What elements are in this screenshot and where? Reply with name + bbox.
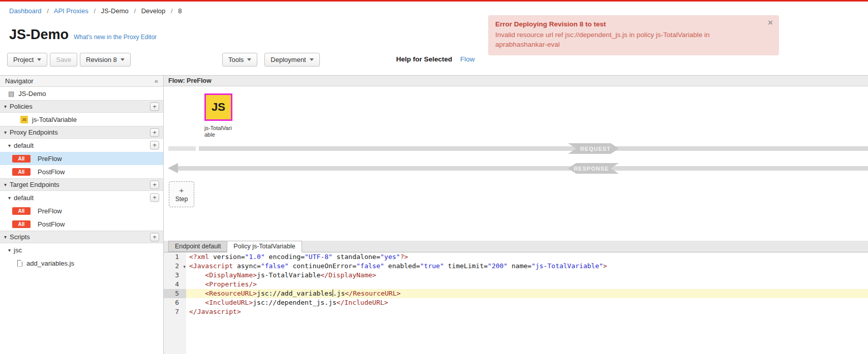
nav-section-label: Scripts [10, 233, 30, 241]
line-number: 3 [164, 271, 186, 280]
nav-item-policy-js-totalvariable[interactable]: JS js-TotalVariable [0, 113, 163, 126]
add-target-endpoint-button[interactable]: + [150, 180, 159, 189]
request-flow-bar [199, 146, 868, 151]
line-number: 6 [164, 298, 186, 307]
revision-button[interactable]: Revision 8 [80, 53, 131, 67]
close-icon[interactable]: × [768, 18, 773, 27]
navigator-header: Navigator « [0, 76, 163, 87]
code-text: </Javascript> [186, 307, 868, 316]
tools-button[interactable]: Tools [222, 53, 257, 67]
code-line[interactable]: 2▾<Javascript async="false" continueOnEr… [164, 262, 868, 271]
nav-item-jsc-folder[interactable]: ▾ jsc [0, 243, 163, 256]
project-button[interactable]: Project [7, 53, 47, 67]
disclosure-icon[interactable]: ▾ [4, 234, 7, 240]
nav-section-label: Proxy Endpoints [10, 128, 58, 136]
add-proxy-endpoint-button[interactable]: + [150, 128, 159, 137]
deployment-button[interactable]: Deployment [264, 53, 319, 67]
add-policy-button[interactable]: + [150, 102, 159, 111]
disclosure-icon[interactable]: ▾ [8, 195, 11, 201]
code-text: <Properties/> [186, 280, 868, 289]
nav-section-label: Target Endpoints [10, 181, 59, 188]
code-line[interactable]: 7</Javascript> [164, 307, 868, 316]
nav-item-target-postflow[interactable]: All PostFlow [0, 217, 163, 231]
add-flow-button[interactable]: + [150, 141, 159, 150]
flow-help-link[interactable]: Flow [460, 55, 475, 63]
nav-section-target-endpoints[interactable]: ▾ Target Endpoints + [0, 178, 163, 191]
breadcrumb-separator: / [94, 7, 96, 15]
nav-item-proxy-root[interactable]: ▤ JS-Demo [0, 87, 163, 100]
error-message: Invalid resource url ref jsc://dependent… [495, 30, 762, 49]
nav-item-proxy-preflow[interactable]: All PreFlow [0, 152, 163, 165]
project-button-label: Project [13, 56, 34, 63]
breadcrumb-proxy-name: JS-Demo [101, 7, 129, 15]
line-number: 2▾ [164, 262, 186, 271]
editor-tabstrip: Endpoint default Policy js-TotalVariable [164, 241, 868, 252]
code-line[interactable]: 5 <ResourceURL>jsc://add_variables.js</R… [164, 289, 868, 298]
code-text: <IncludeURL>jsc://dependent_js.js</Inclu… [186, 298, 868, 307]
breadcrumb-develop: Develop [141, 7, 166, 15]
line-number: 5 [164, 289, 186, 298]
add-flow-button[interactable]: + [150, 194, 159, 202]
help-for-selected-label: Help for Selected [396, 55, 452, 63]
nav-section-scripts[interactable]: ▾ Scripts + [0, 231, 163, 243]
disclosure-icon[interactable]: ▾ [4, 130, 7, 135]
left-button-group: Project Save Revision 8 [7, 53, 131, 67]
breadcrumb-dashboard[interactable]: Dashboard [9, 7, 42, 15]
tools-button-label: Tools [228, 56, 244, 63]
error-banner: Error Deploying Revision 8 to test Inval… [488, 15, 779, 55]
disclosure-icon[interactable]: ▾ [4, 182, 7, 187]
js-policy-shape[interactable]: JS [204, 93, 232, 121]
nav-section-label: Policies [10, 103, 33, 110]
step-button-label: Step [175, 196, 188, 203]
nav-item-label: add_variables.js [26, 260, 74, 267]
code-editor[interactable]: 1<?xml version="1.0" encoding="UTF-8" st… [164, 252, 868, 354]
navigator-panel: Navigator « ▤ JS-Demo ▾ Policies + JS js… [0, 76, 164, 354]
whats-new-link[interactable]: What's new in the Proxy Editor [74, 34, 157, 41]
nav-item-target-default[interactable]: ▾ default + [0, 191, 163, 204]
top-accent-bar [0, 0, 868, 2]
nav-item-label: JS-Demo [18, 90, 46, 98]
disclosure-icon[interactable]: ▾ [8, 143, 11, 148]
line-number: 7 [164, 307, 186, 316]
add-step-button[interactable]: + Step [169, 181, 194, 207]
chevron-down-icon [121, 58, 125, 61]
code-line[interactable]: 4 <Properties/> [164, 280, 868, 289]
center-button-group: Tools Deployment [222, 53, 320, 67]
fold-icon[interactable]: ▾ [183, 262, 186, 271]
nav-item-label: PreFlow [38, 155, 62, 163]
code-text: <?xml version="1.0" encoding="UTF-8" sta… [186, 252, 868, 262]
all-badge: All [12, 220, 31, 228]
disclosure-icon[interactable]: ▾ [4, 104, 7, 109]
tab-policy-js-totalvariable[interactable]: Policy js-TotalVariable [227, 241, 302, 252]
nav-item-label: PostFlow [38, 220, 65, 228]
main-split: Navigator « ▤ JS-Demo ▾ Policies + JS js… [0, 75, 868, 354]
add-script-button[interactable]: + [150, 233, 159, 241]
revision-button-label: Revision 8 [86, 56, 117, 63]
all-badge: All [12, 155, 31, 163]
nav-item-proxy-postflow[interactable]: All PostFlow [0, 165, 163, 178]
collapse-icon[interactable]: « [155, 76, 158, 86]
disclosure-icon[interactable]: ▾ [8, 247, 11, 253]
chevron-down-icon [310, 58, 314, 61]
nav-section-policies[interactable]: ▾ Policies + [0, 100, 163, 113]
request-flow-stub [168, 146, 196, 151]
code-line[interactable]: 6 <IncludeURL>jsc://dependent_js.js</Inc… [164, 298, 868, 307]
code-line[interactable]: 1<?xml version="1.0" encoding="UTF-8" st… [164, 252, 868, 262]
save-button-label: Save [56, 56, 71, 63]
response-flow-bar [178, 166, 868, 171]
breadcrumb-api-proxies[interactable]: API Proxies [54, 7, 88, 15]
deployment-button-label: Deployment [271, 56, 306, 63]
response-arrow-icon [168, 163, 178, 173]
nav-item-proxy-default[interactable]: ▾ default + [0, 139, 163, 152]
code-text: <ResourceURL>jsc://add_variables.js</Res… [186, 289, 868, 298]
title-row: JS-Demo What's new in the Proxy Editor [9, 27, 157, 43]
navigator-title: Navigator [5, 77, 34, 85]
tab-endpoint-default[interactable]: Endpoint default [168, 241, 227, 252]
nav-section-proxy-endpoints[interactable]: ▾ Proxy Endpoints + [0, 126, 163, 139]
nav-item-target-preflow[interactable]: All PreFlow [0, 204, 163, 217]
save-button[interactable]: Save [50, 53, 77, 67]
nav-item-add-variables-js[interactable]: add_variables.js [0, 256, 163, 270]
breadcrumb: Dashboard / API Proxies / JS-Demo / Deve… [9, 7, 182, 15]
code-line[interactable]: 3 <DisplayName>js-TotalVariable</Display… [164, 271, 868, 280]
breadcrumb-separator: / [171, 7, 173, 15]
